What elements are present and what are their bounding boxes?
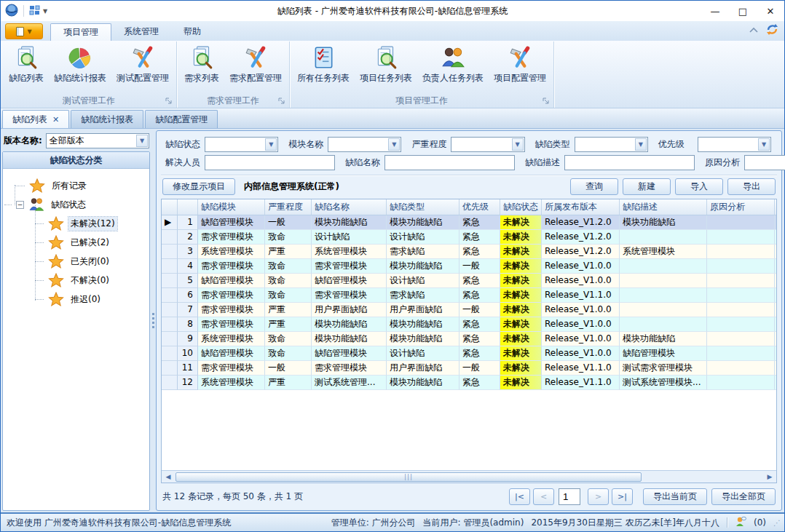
column-header-所属发布版本[interactable]: 所属发布版本 (542, 199, 620, 215)
filter-input-缺陷描述[interactable] (564, 155, 695, 170)
tree-item-已解决(2)[interactable]: 已解决(2) (4, 233, 148, 252)
table-row[interactable]: ▶1缺陷管理模块一般模块功能缺陷模块功能缺陷紧急未解决Release_V1.2.… (162, 215, 776, 230)
ribbon-tab-帮助[interactable]: 帮助 (171, 23, 213, 41)
filter-input-解决人员[interactable] (205, 155, 335, 170)
ribbon-button-项目任务列表[interactable]: 项目任务列表 (355, 43, 417, 94)
tree-item-已关闭(0)[interactable]: 已关闭(0) (4, 252, 148, 271)
version-select[interactable]: 全部版本 ▼ (46, 133, 149, 148)
chevron-down-icon[interactable]: ▼ (265, 138, 277, 151)
scroll-left-icon[interactable]: ◀ (162, 473, 174, 480)
cell-release: Release_V1.0.0 (542, 259, 620, 274)
maximize-button[interactable]: □ (729, 1, 757, 21)
column-header-缺陷名称[interactable]: 缺陷名称 (312, 199, 387, 215)
quick-access-caret-icon[interactable]: ▼ (43, 8, 47, 15)
export-current-page-button[interactable]: 导出当前页 (643, 488, 707, 505)
help-style-icon[interactable] (766, 23, 778, 38)
page-number-input[interactable] (559, 488, 580, 505)
export-all-pages-button[interactable]: 导出全部页 (711, 488, 776, 505)
table-row[interactable]: 3系统管理模块严重系统管理模块需求缺陷紧急未解决Release_V1.2.0系统… (162, 245, 776, 259)
dialog-launcher-icon[interactable] (165, 97, 173, 106)
cell-status: 未解决 (500, 215, 542, 230)
row-marker-cell (162, 288, 178, 303)
dialog-launcher-icon[interactable] (277, 97, 286, 106)
tree-item-所有记录[interactable]: 所有记录 (4, 176, 148, 195)
collapse-ribbon-icon[interactable] (749, 25, 759, 36)
modify-columns-button[interactable]: 修改显示项目 (162, 178, 235, 195)
cell-severity: 致命 (265, 274, 312, 288)
last-page-button[interactable]: >| (612, 488, 633, 505)
chevron-down-icon[interactable]: ▼ (512, 138, 524, 151)
filter-select-缺陷类型[interactable]: ▼ (575, 137, 648, 152)
minimize-button[interactable]: — (701, 1, 729, 21)
date-text: 2015年9月30日星期三 农历乙未[羊]年八月十八 (531, 517, 719, 529)
close-button[interactable]: ✕ (757, 1, 784, 21)
table-row[interactable]: 11需求管理模块一般需求管理模块用户界面缺陷一般未解决Release_V1.1.… (162, 361, 776, 376)
scrollbar-thumb[interactable]: ||| (175, 472, 642, 482)
table-row[interactable]: 8需求管理模块严重模块功能缺陷模块功能缺陷紧急未解决Release_V1.0.0 (162, 317, 776, 332)
horizontal-scrollbar[interactable]: ◀ ||| ▶ (162, 470, 776, 483)
column-header-解决[interactable]: 解决 (775, 199, 776, 215)
messenger-icon[interactable] (735, 516, 746, 529)
filter-select-严重程度[interactable]: ▼ (451, 137, 524, 152)
column-header-缺陷类型[interactable]: 缺陷类型 (387, 199, 459, 215)
chevron-down-icon[interactable]: ▼ (388, 138, 400, 151)
sidebar-splitter[interactable] (150, 130, 156, 511)
filter-input-缺陷名称[interactable] (384, 155, 515, 170)
action-button-导入[interactable]: 导入 (675, 178, 723, 195)
column-header-缺陷状态[interactable]: 缺陷状态 (500, 199, 542, 215)
column-header-优先级[interactable]: 优先级 (459, 199, 500, 215)
table-row[interactable]: 2需求管理模块致命设计缺陷设计缺陷紧急未解决Release_V1.2.0 (162, 230, 776, 245)
scroll-right-icon[interactable]: ▶ (764, 473, 776, 480)
dialog-launcher-icon[interactable] (542, 97, 551, 106)
action-button-查询[interactable]: 查询 (570, 178, 618, 195)
tree-item-不解决(0)[interactable]: 不解决(0) (4, 271, 148, 290)
tools-icon (508, 45, 532, 70)
cell-description (620, 274, 707, 288)
resize-grip[interactable]: ⋰ (773, 519, 780, 527)
chevron-down-icon[interactable]: ▼ (635, 138, 647, 151)
table-row[interactable]: 7需求管理模块严重用户界面缺陷用户界面缺陷一般未解决Release_V1.0.0 (162, 303, 776, 317)
chevron-down-icon[interactable]: ▼ (136, 135, 148, 147)
application-menu-button[interactable]: ▼ (5, 23, 43, 39)
ribbon-button-需求配置管理[interactable]: 需求配置管理 (224, 43, 287, 94)
chevron-down-icon[interactable]: ▼ (758, 138, 770, 151)
ribbon-tab-项目管理[interactable]: 项目管理 (50, 23, 111, 41)
action-button-导出[interactable]: 导出 (727, 178, 776, 195)
close-tab-icon[interactable]: ✕ (52, 115, 59, 124)
tree-item-缺陷状态[interactable]: −缺陷状态 (4, 195, 148, 214)
ribbon-button-所有任务列表[interactable]: 所有任务列表 (292, 43, 355, 94)
first-page-button[interactable]: |< (509, 488, 530, 505)
next-page-button[interactable]: > (588, 488, 609, 505)
filter-select-缺陷状态[interactable]: ▼ (205, 137, 278, 152)
ribbon-button-测试配置管理[interactable]: 测试配置管理 (111, 43, 174, 94)
doc-tab-缺陷统计报表[interactable]: 缺陷统计报表 (71, 110, 143, 128)
filter-input-原因分析[interactable] (744, 155, 785, 170)
action-button-新建[interactable]: 新建 (623, 178, 671, 195)
ribbon-tab-系统管理[interactable]: 系统管理 (111, 23, 171, 41)
tree-item-推迟(0)[interactable]: 推迟(0) (4, 290, 148, 309)
filter-select-优先级[interactable]: ▼ (698, 137, 771, 152)
filter-select-模块名称[interactable]: ▼ (328, 137, 401, 152)
column-header-缺陷描述[interactable]: 缺陷描述 (620, 199, 707, 215)
table-row[interactable]: 6需求管理模块致命需求管理模块需求缺陷紧急未解决Release_V1.1.0 (162, 288, 776, 303)
ribbon-button-缺陷列表[interactable]: 缺陷列表 (4, 43, 49, 94)
column-header-严重程度[interactable]: 严重程度 (265, 199, 312, 215)
quick-access-icon[interactable] (29, 5, 41, 17)
table-row[interactable]: 4需求管理模块致命需求管理模块模块功能缺陷一般未解决Release_V1.0.0 (162, 259, 776, 274)
column-header-缺陷模块[interactable]: 缺陷模块 (198, 199, 265, 215)
ribbon-button-项目配置管理[interactable]: 项目配置管理 (489, 43, 551, 94)
table-row[interactable]: 5缺陷管理模块致命缺陷管理模块设计缺陷紧急未解决Release_V1.0.0 (162, 274, 776, 288)
tree-item-未解决(12)[interactable]: 未解决(12) (4, 214, 148, 233)
doc-tab-缺陷配置管理[interactable]: 缺陷配置管理 (145, 110, 218, 128)
ribbon-button-缺陷统计报表[interactable]: 缺陷统计报表 (49, 43, 111, 94)
table-row[interactable]: 9系统管理模块致命模块功能缺陷模块功能缺陷紧急未解决Release_V1.0.0… (162, 332, 776, 346)
column-header-原因分析[interactable]: 原因分析 (707, 199, 775, 215)
cell-name: 需求管理模块 (312, 361, 387, 376)
prev-page-button[interactable]: < (533, 488, 554, 505)
ribbon-button-需求列表[interactable]: 需求列表 (179, 43, 224, 94)
ribbon-button-负责人任务列表[interactable]: 负责人任务列表 (417, 43, 489, 94)
collapse-node-icon[interactable]: − (16, 201, 24, 209)
doc-tab-缺陷列表[interactable]: 缺陷列表✕ (2, 110, 69, 128)
table-row[interactable]: 12系统管理模块严重测试系统管理...模块功能缺陷紧急未解决Release_V1… (162, 376, 776, 390)
table-row[interactable]: 10缺陷管理模块致命缺陷管理模块设计缺陷紧急未解决Release_V1.0.0缺… (162, 346, 776, 361)
